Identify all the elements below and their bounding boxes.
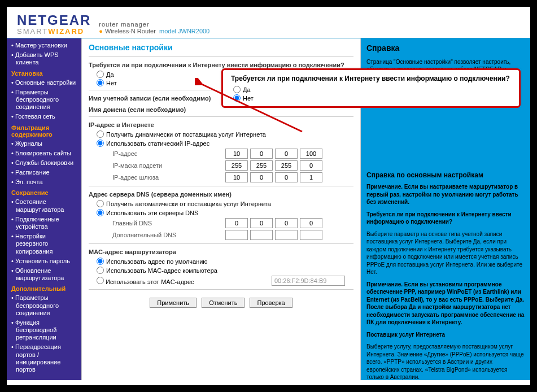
sidebar-item[interactable]: Гостевая сеть xyxy=(7,112,81,121)
ip-octet[interactable] xyxy=(275,218,298,228)
ip-static-radio[interactable] xyxy=(97,140,104,147)
sidebar-item[interactable]: Добавить WPS клиента xyxy=(7,50,81,67)
callout-question: Требуется ли при подключении к Интернету… xyxy=(231,75,511,82)
sidebar-item[interactable]: Мастер установки xyxy=(7,41,81,50)
ip-octet[interactable] xyxy=(225,218,248,228)
no-label: Нет xyxy=(106,80,117,86)
sidebar: Мастер установки Добавить WPS клиента Ус… xyxy=(7,38,81,380)
help-text: Поставщик услуг Интернета xyxy=(366,331,525,339)
ip-octet[interactable] xyxy=(300,172,322,182)
login-question: Требуется ли при подключении к Интернету… xyxy=(89,62,353,68)
ip-addr-inputs xyxy=(225,149,322,159)
sidebar-item[interactable]: Подключенные устройства xyxy=(7,215,81,232)
help-text: Примечание. Если вы настраиваете маршрут… xyxy=(366,183,525,206)
sidebar-item[interactable]: Журналы xyxy=(7,139,81,149)
ip-octet[interactable] xyxy=(275,160,298,171)
sidebar-item[interactable]: Блокировать сайты xyxy=(7,149,81,158)
dns-auto-radio[interactable] xyxy=(97,200,104,207)
callout-no-radio[interactable] xyxy=(233,94,241,102)
sidebar-item[interactable]: Настройки резервного копирования xyxy=(7,232,81,256)
help-text: Выберите параметр на основе типа учетной… xyxy=(366,230,525,276)
sidebar-item[interactable]: Состояние маршрутизатора xyxy=(7,197,81,214)
sidebar-item[interactable]: Функция беспроводной ретрансляции xyxy=(7,318,81,343)
apply-button[interactable]: Применить xyxy=(150,298,197,308)
callout-yes-radio[interactable] xyxy=(233,86,241,93)
dns-auto-label: Получить автоматически от поставщика усл… xyxy=(106,201,271,207)
ip-gw-label: IP-адрес шлюза xyxy=(112,174,225,181)
yes-label: Да xyxy=(106,71,114,78)
brand-text: NETGEAR xyxy=(17,12,91,28)
mac-this-radio[interactable] xyxy=(97,277,104,284)
sidebar-category: Установка xyxy=(7,68,81,78)
dns-primary-label: Главный DNS xyxy=(112,220,225,227)
sidebar-item[interactable]: Переадресация портов / инициирование пор… xyxy=(7,342,81,374)
header: NETGEAR SMARTWIZARD router manager ●Wire… xyxy=(7,7,530,38)
header-info: router manager ●Wireless-N Router model … xyxy=(99,21,209,34)
mac-pc-label: Использовать MAC-адрес компьютера xyxy=(106,267,217,274)
annotation-callout: Требуется ли при подключении к Интернету… xyxy=(221,68,521,108)
dns-section-label: Адрес сервера DNS (сервера доменных имен… xyxy=(89,191,353,198)
window: NETGEAR SMARTWIZARD router manager ●Wire… xyxy=(7,7,530,385)
ip-octet[interactable] xyxy=(250,149,273,159)
router-manager-label: router manager xyxy=(99,21,149,28)
help-subtitle: Справка по основным настройкам xyxy=(366,171,525,180)
logo: NETGEAR SMARTWIZARD xyxy=(17,12,91,36)
callout-yes-label: Да xyxy=(243,86,251,93)
help-title: Справка xyxy=(366,43,525,54)
mac-address-input[interactable] xyxy=(272,276,345,286)
bullet-icon: ● xyxy=(99,28,103,34)
cancel-button[interactable]: Отменить xyxy=(202,298,245,308)
test-button[interactable]: Проверка xyxy=(250,298,292,308)
ip-mask-label: IP-маска подсети xyxy=(112,162,225,169)
ip-octet[interactable] xyxy=(300,160,322,171)
mac-default-label: Использовать адрес по умолчанию xyxy=(106,258,208,265)
ip-octet[interactable] xyxy=(250,230,273,240)
mac-default-radio[interactable] xyxy=(97,258,104,265)
dns-manual-radio[interactable] xyxy=(97,209,104,216)
ip-octet[interactable] xyxy=(275,172,298,182)
ip-octet[interactable] xyxy=(225,149,248,159)
ip-octet[interactable] xyxy=(250,218,273,228)
sidebar-category: Фильтрация содержимого xyxy=(7,122,81,139)
ip-addr-label: IP-адрес xyxy=(112,150,225,157)
help-text: Требуется ли при подключении к Интернету… xyxy=(366,211,525,226)
ip-octet[interactable] xyxy=(300,218,322,228)
callout-no-label: Нет xyxy=(243,95,254,102)
ip-octet[interactable] xyxy=(225,160,248,171)
sidebar-item[interactable]: Основные настройки xyxy=(7,78,81,88)
sidebar-item[interactable]: Параметры беспроводного соединения xyxy=(7,293,81,318)
ip-octet[interactable] xyxy=(275,149,298,159)
ip-section-label: IP-адрес в Интернете xyxy=(89,121,353,128)
ip-octet[interactable] xyxy=(250,172,273,182)
ip-octet[interactable] xyxy=(250,160,273,171)
ip-dynamic-label: Получить динамически от поставщика услуг… xyxy=(106,131,266,138)
ip-static-label: Использовать статический IP-адрес xyxy=(106,140,209,147)
model-label: model JWNR2000 xyxy=(159,28,209,34)
smartwizard-text: SMARTWIZARD xyxy=(17,27,91,36)
dns-manual-label: Использовать эти серверы DNS xyxy=(106,210,198,216)
sidebar-item[interactable]: Обновление маршрутизатора xyxy=(7,266,81,283)
ip-octet[interactable] xyxy=(225,172,248,182)
sidebar-item[interactable]: Установить пароль xyxy=(7,256,81,266)
mac-section-label: MAC-адрес маршрутизатора xyxy=(89,249,353,255)
ip-octet[interactable] xyxy=(300,149,322,159)
ip-octet[interactable] xyxy=(300,230,322,240)
help-text: Примечание. Если вы установили программн… xyxy=(366,281,525,326)
dns-secondary-label: Дополнительный DNS xyxy=(112,232,225,238)
mac-this-label: Использовать этот MAC-адрес xyxy=(106,278,194,285)
ip-dynamic-radio[interactable] xyxy=(97,130,104,138)
login-yes-radio[interactable] xyxy=(97,71,104,78)
sidebar-item[interactable]: Параметры беспроводного соединения xyxy=(7,88,81,112)
sidebar-item[interactable]: Расписание xyxy=(7,168,81,177)
ip-octet[interactable] xyxy=(225,230,248,240)
mac-pc-radio[interactable] xyxy=(97,267,104,274)
router-type: Wireless-N Router xyxy=(105,28,156,34)
sidebar-category: Сохранение xyxy=(7,187,81,197)
sidebar-item[interactable]: Эл. почта xyxy=(7,177,81,187)
sidebar-item[interactable]: Службы блокировки xyxy=(7,158,81,168)
button-row: Применить Отменить Проверка xyxy=(89,298,353,308)
page-title: Основные настройки xyxy=(89,43,353,52)
login-no-radio[interactable] xyxy=(97,79,104,86)
ip-octet[interactable] xyxy=(275,230,298,240)
sidebar-category: Дополнительный xyxy=(7,283,81,293)
